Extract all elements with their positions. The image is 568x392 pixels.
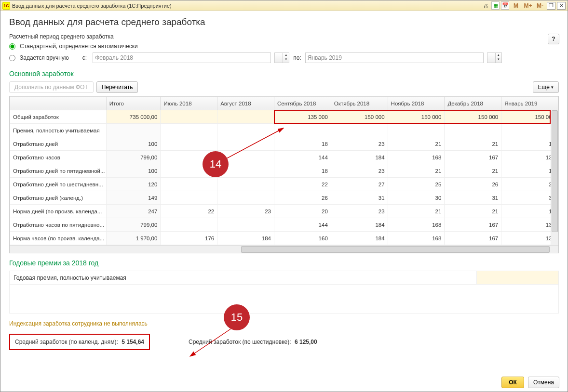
cell-value[interactable] <box>331 124 388 137</box>
calendar-icon[interactable]: 📅 <box>501 1 509 10</box>
row-label[interactable]: Норма часов (по произв. календа... <box>10 232 107 245</box>
period-manual-radio[interactable] <box>9 55 15 61</box>
col-month[interactable]: Январь 2019 <box>501 97 558 110</box>
table-row[interactable]: Отработано дней по шестидневн...12022272… <box>10 178 558 191</box>
cell-value[interactable]: 21 <box>445 137 501 151</box>
cell-itogo[interactable]: 1 970,00 <box>106 232 161 245</box>
cell-value[interactable]: 176 <box>161 232 217 245</box>
cell-value[interactable]: 168 <box>388 232 445 245</box>
cell-value[interactable]: 150 000 <box>445 110 501 124</box>
cell-value[interactable] <box>217 137 274 151</box>
annual-grid[interactable]: Годовая премия, полностью учитываемая <box>9 271 559 314</box>
grid-horizontal-scrollbar[interactable] <box>10 245 558 253</box>
cancel-button[interactable]: Отмена <box>528 377 559 388</box>
col-month[interactable]: Ноябрь 2018 <box>388 97 445 110</box>
table-row[interactable]: Отработано часов799,00144184168167136 <box>10 151 558 164</box>
col-month[interactable]: Август 2018 <box>217 97 274 110</box>
cell-value[interactable]: 167 <box>445 218 501 232</box>
table-row[interactable]: Норма дней (по произв. календа...2472223… <box>10 205 558 218</box>
cell-value[interactable]: 144 <box>274 218 331 232</box>
row-label[interactable]: Отработано дней <box>10 137 107 151</box>
cell-value[interactable]: 168 <box>388 151 445 164</box>
cell-value[interactable]: 22 <box>274 178 331 191</box>
period-auto-radio[interactable] <box>9 43 15 50</box>
memory-mminus-icon[interactable]: M- <box>535 1 545 10</box>
cell-value[interactable]: 168 <box>388 218 445 232</box>
period-from-spinner[interactable]: ▲▼ <box>283 52 289 63</box>
cell-value[interactable]: 21 <box>445 205 501 218</box>
cell-value[interactable]: 18 <box>274 164 331 178</box>
cell-value[interactable] <box>161 110 217 124</box>
cell-value[interactable] <box>161 137 217 151</box>
row-label[interactable]: Премия, полностью учитываемая <box>10 124 107 137</box>
cell-value[interactable]: 150 000 <box>501 110 558 124</box>
memory-mplus-icon[interactable]: M+ <box>523 1 533 10</box>
memory-m-icon[interactable]: M <box>511 1 521 10</box>
cell-value[interactable] <box>501 124 558 137</box>
cell-value[interactable]: 17 <box>501 164 558 178</box>
cell-itogo[interactable]: 735 000,00 <box>106 110 161 124</box>
period-to-spinner[interactable]: ▲▼ <box>495 52 502 63</box>
cell-value[interactable]: 17 <box>501 205 558 218</box>
cell-value[interactable] <box>161 191 217 205</box>
cell-value[interactable]: 22 <box>161 205 217 218</box>
grid-vertical-scrollbar[interactable] <box>551 110 558 245</box>
table-row[interactable]: Отработано часов по пятидневно...799,001… <box>10 218 558 232</box>
cell-value[interactable]: 184 <box>331 218 388 232</box>
cell-value[interactable]: 21 <box>388 164 445 178</box>
cell-value[interactable] <box>161 124 217 137</box>
cell-value[interactable] <box>274 124 331 137</box>
cell-itogo[interactable]: 799,00 <box>106 218 161 232</box>
cell-value[interactable]: 25 <box>388 178 445 191</box>
cell-value[interactable]: 21 <box>388 205 445 218</box>
cell-value[interactable]: 167 <box>445 151 501 164</box>
col-month[interactable]: Июль 2018 <box>161 97 217 110</box>
cell-value[interactable]: 20 <box>274 205 331 218</box>
row-label[interactable]: Отработано часов по пятидневно... <box>10 218 107 232</box>
cell-value[interactable]: 136 <box>501 151 558 164</box>
table-row[interactable]: Норма часов (по произв. календа...1 970,… <box>10 232 558 245</box>
cell-value[interactable]: 23 <box>217 205 274 218</box>
row-label[interactable]: Норма дней (по произв. календа... <box>10 205 107 218</box>
row-label[interactable]: Отработано дней (календ.) <box>10 191 107 205</box>
recalc-button[interactable]: Перечитать <box>96 81 138 93</box>
cell-value[interactable] <box>217 218 274 232</box>
cell-value[interactable] <box>217 191 274 205</box>
period-to-select-button[interactable]: ... <box>487 52 496 63</box>
cell-value[interactable]: 21 <box>388 137 445 151</box>
cell-value[interactable]: 31 <box>501 191 558 205</box>
period-from-select-button[interactable]: ... <box>274 52 283 63</box>
cell-value[interactable]: 23 <box>331 205 388 218</box>
table-row[interactable]: Отработано дней (календ.)1492631303131 <box>10 191 558 205</box>
cell-value[interactable] <box>217 124 274 137</box>
calculator-icon[interactable]: ▦ <box>491 1 500 10</box>
cell-value[interactable]: 23 <box>331 164 388 178</box>
cell-value[interactable]: 17 <box>501 137 558 151</box>
cell-value[interactable]: 184 <box>331 232 388 245</box>
cell-value[interactable]: 184 <box>217 232 274 245</box>
cell-itogo[interactable]: 149 <box>106 191 161 205</box>
cell-value[interactable]: 136 <box>501 218 558 232</box>
cell-itogo[interactable]: 100 <box>106 137 161 151</box>
cell-value[interactable] <box>217 110 274 124</box>
cell-value[interactable] <box>217 178 274 191</box>
cell-itogo[interactable]: 120 <box>106 178 161 191</box>
period-from-input[interactable]: Февраль 2018 <box>93 52 271 63</box>
cell-value[interactable]: 184 <box>331 151 388 164</box>
table-row[interactable]: Отработано дней по пятидневной...1001823… <box>10 164 558 178</box>
table-row[interactable]: Премия, полностью учитываемая <box>10 124 558 137</box>
row-label[interactable]: Отработано часов <box>10 151 107 164</box>
cell-value[interactable]: 150 000 <box>388 110 445 124</box>
earnings-grid[interactable]: Итого Июль 2018 Август 2018 Сентябрь 201… <box>9 96 559 253</box>
cell-value[interactable] <box>445 124 501 137</box>
col-month[interactable]: Октябрь 2018 <box>331 97 388 110</box>
help-button[interactable]: ? <box>548 34 559 44</box>
col-month[interactable]: Сентябрь 2018 <box>274 97 331 110</box>
cell-value[interactable]: 136 <box>501 232 558 245</box>
print-icon[interactable]: 🖨 <box>482 1 490 10</box>
cell-itogo[interactable]: 247 <box>106 205 161 218</box>
cell-value[interactable]: 30 <box>388 191 445 205</box>
row-label[interactable]: Общий заработок <box>10 110 107 124</box>
cell-value[interactable]: 150 000 <box>331 110 388 124</box>
cell-value[interactable]: 26 <box>445 178 501 191</box>
